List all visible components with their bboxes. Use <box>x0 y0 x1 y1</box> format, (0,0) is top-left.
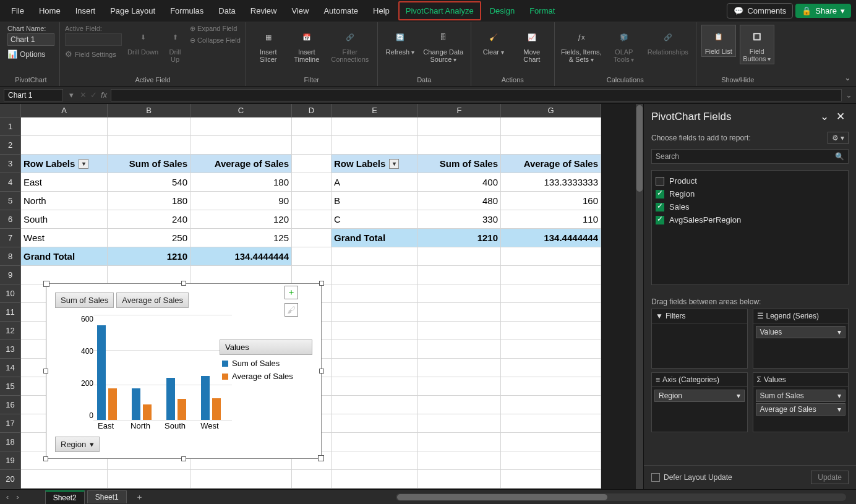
row-header-16[interactable]: 16 <box>0 396 21 414</box>
insert-slicer-button[interactable]: ▦Insert Slicer <box>251 25 286 63</box>
cell[interactable]: Sum of Sales <box>418 155 501 173</box>
cell[interactable] <box>190 470 292 489</box>
cell[interactable] <box>108 470 190 489</box>
col-header-b[interactable]: B <box>108 104 190 117</box>
cell[interactable] <box>332 284 418 303</box>
cell[interactable] <box>292 210 332 229</box>
cell[interactable] <box>292 266 332 284</box>
checkbox-icon[interactable] <box>656 177 664 186</box>
row-header-18[interactable]: 18 <box>0 433 21 451</box>
cell[interactable]: 180 <box>108 192 190 210</box>
pivot-filter-button[interactable]: ▾ <box>389 159 399 169</box>
row-header-15[interactable]: 15 <box>0 377 21 396</box>
row-header-13[interactable]: 13 <box>0 340 21 359</box>
sheet-tab-other[interactable]: Sheet1 <box>87 490 127 503</box>
cell[interactable]: 1210 <box>418 229 501 247</box>
menu-design[interactable]: Design <box>484 2 521 19</box>
cell[interactable] <box>21 266 108 284</box>
menu-format[interactable]: Format <box>523 2 561 19</box>
cell[interactable]: East <box>21 173 108 192</box>
row-header-9[interactable]: 9 <box>0 266 21 284</box>
cell[interactable] <box>418 117 501 136</box>
field-item-avgsalesperregion[interactable]: AvgSalesPerRegion <box>656 213 844 226</box>
cell[interactable] <box>501 322 601 340</box>
cell[interactable] <box>332 396 418 414</box>
update-button[interactable]: Update <box>811 471 849 484</box>
menu-review[interactable]: Review <box>244 2 283 19</box>
cell[interactable] <box>501 117 601 136</box>
cell[interactable] <box>418 433 501 451</box>
panel-settings-icon[interactable]: ⌄ <box>816 110 832 123</box>
cell[interactable]: Grand Total <box>21 247 108 266</box>
field-item-region[interactable]: Region <box>656 187 844 200</box>
cell[interactable] <box>292 247 332 266</box>
col-header-f[interactable]: F <box>418 104 501 117</box>
cell[interactable] <box>108 136 190 155</box>
cell[interactable]: 160 <box>501 192 601 210</box>
cell[interactable] <box>418 284 501 303</box>
cell[interactable] <box>108 266 190 284</box>
cell[interactable] <box>332 414 418 433</box>
cell[interactable] <box>332 303 418 322</box>
cell[interactable] <box>332 247 418 266</box>
cell[interactable] <box>292 192 332 210</box>
row-header-12[interactable]: 12 <box>0 322 21 340</box>
cell[interactable] <box>418 470 501 489</box>
name-box-dropdown[interactable]: ▾ <box>67 90 76 100</box>
formula-expand-icon[interactable]: ⌄ <box>842 90 856 100</box>
cell[interactable]: 125 <box>190 229 292 247</box>
row-header-20[interactable]: 20 <box>0 470 21 489</box>
cell[interactable]: Sum of Sales <box>108 155 190 173</box>
cell[interactable]: 540 <box>108 173 190 192</box>
formula-input[interactable] <box>111 89 842 101</box>
cell[interactable] <box>190 117 292 136</box>
cell[interactable] <box>418 377 501 396</box>
legend-pill-values[interactable]: Values▾ <box>756 326 846 338</box>
values-area[interactable]: ΣValues Sum of Sales▾ Average of Sales▾ <box>753 372 849 432</box>
row-header-8[interactable]: 8 <box>0 247 21 266</box>
cell[interactable]: 134.4444444 <box>501 229 601 247</box>
cell[interactable] <box>108 117 190 136</box>
cell[interactable] <box>501 266 601 284</box>
cell[interactable] <box>332 359 418 377</box>
fx-icon[interactable]: fx <box>101 90 107 100</box>
menu-insert[interactable]: Insert <box>69 2 102 19</box>
cell[interactable]: West <box>21 229 108 247</box>
cell[interactable] <box>501 377 601 396</box>
field-search-input[interactable]: Search 🔍 <box>651 149 849 164</box>
cell[interactable]: 180 <box>190 173 292 192</box>
row-header-14[interactable]: 14 <box>0 359 21 377</box>
row-header-6[interactable]: 6 <box>0 210 21 229</box>
cell[interactable] <box>418 322 501 340</box>
horizontal-scrollbar[interactable] <box>396 493 846 501</box>
cell[interactable] <box>292 173 332 192</box>
move-chart-button[interactable]: 📈Move Chart <box>515 25 549 63</box>
cell[interactable] <box>332 266 418 284</box>
checkbox-icon[interactable] <box>656 190 664 199</box>
field-item-sales[interactable]: Sales <box>656 200 844 213</box>
cell[interactable] <box>418 303 501 322</box>
panel-close-icon[interactable]: ✕ <box>832 110 849 123</box>
col-header-d[interactable]: D <box>292 104 332 117</box>
cell[interactable] <box>332 340 418 359</box>
cell[interactable]: South <box>21 210 108 229</box>
cell[interactable] <box>21 117 108 136</box>
cell[interactable] <box>292 136 332 155</box>
cell[interactable]: 480 <box>418 192 501 210</box>
cell[interactable]: 134.4444444 <box>190 247 292 266</box>
cell[interactable]: Average of Sales <box>190 155 292 173</box>
cell[interactable] <box>501 359 601 377</box>
cell[interactable]: 90 <box>190 192 292 210</box>
cell[interactable]: 330 <box>418 210 501 229</box>
menu-help[interactable]: Help <box>367 2 396 19</box>
chart-name-input[interactable] <box>7 33 54 46</box>
cell[interactable] <box>292 229 332 247</box>
col-header-a[interactable]: A <box>21 104 108 117</box>
row-header-1[interactable]: 1 <box>0 117 21 136</box>
cell[interactable] <box>332 377 418 396</box>
cell[interactable]: Row Labels▾ <box>21 155 108 173</box>
cell[interactable] <box>501 470 601 489</box>
cell[interactable] <box>21 136 108 155</box>
row-header-17[interactable]: 17 <box>0 414 21 433</box>
menu-view[interactable]: View <box>285 2 315 19</box>
